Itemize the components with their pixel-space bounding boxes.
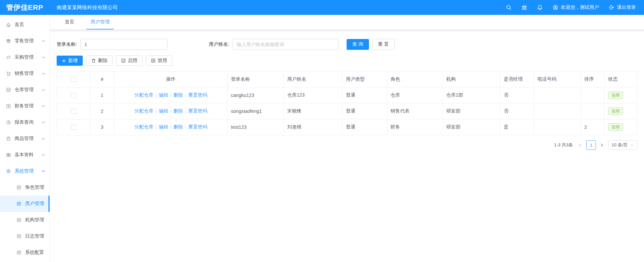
welcome-text: 欢迎您，测试用户: [561, 4, 599, 11]
row-select-cell: [57, 103, 90, 119]
sidebar-item-role[interactable]: 角色管理: [0, 179, 50, 196]
tab-user-management[interactable]: 用户管理: [82, 15, 118, 29]
delete-link[interactable]: 删除: [174, 124, 183, 129]
assign-warehouse-link[interactable]: 分配仓库: [134, 124, 153, 129]
body-row: 首页零售管理采购管理销售管理仓库管理财务管理报表查询商品管理基本资料系统管理角色…: [0, 15, 644, 262]
edit-link[interactable]: 编辑: [159, 92, 168, 98]
column-header-2: 登录名称: [228, 72, 284, 87]
user-name-input[interactable]: [233, 39, 338, 50]
cell-type: 普通: [342, 103, 387, 119]
prev-page-button[interactable]: [577, 143, 583, 147]
action-separator: |: [170, 92, 172, 98]
sidebar-item-label: 日志管理: [25, 233, 44, 239]
sidebar-item-home[interactable]: 首页: [0, 17, 50, 33]
search-icon[interactable]: [506, 4, 512, 11]
chevron-down-icon: [41, 55, 45, 59]
status-badge: 启用: [608, 92, 623, 99]
sidebar-item-label: 财务管理: [15, 103, 34, 109]
login-name-input[interactable]: [80, 39, 168, 50]
delete-link[interactable]: 删除: [174, 108, 183, 114]
bank-icon[interactable]: [521, 4, 527, 11]
disable-button[interactable]: 禁用: [146, 56, 172, 66]
finance-icon: [6, 103, 11, 109]
sidebar-item-sales[interactable]: 销售管理: [0, 65, 50, 82]
table-row: 3分配仓库|编辑|删除|重置密码test123刘老根普通财务研发部是2启用: [57, 119, 637, 135]
assign-warehouse-link[interactable]: 分配仓库: [134, 108, 153, 114]
welcome-user[interactable]: 欢迎您，测试用户: [552, 4, 599, 11]
check-square-icon: [121, 58, 126, 63]
sidebar-item-warehouse[interactable]: 仓库管理: [0, 82, 50, 98]
doc-icon: [16, 250, 22, 255]
cell-login: test123: [228, 119, 284, 135]
sidebar-item-label: 基本资料: [15, 152, 34, 158]
cell-login: cangku123: [228, 87, 284, 103]
row-checkbox[interactable]: [71, 109, 76, 114]
add-button[interactable]: 新增: [57, 56, 83, 66]
tab-home[interactable]: 首页: [57, 15, 82, 29]
cell-name: 刘老根: [284, 119, 342, 135]
doc-icon: [16, 234, 22, 239]
sidebar-item-finance[interactable]: 财务管理: [0, 98, 50, 114]
action-separator: |: [155, 92, 157, 98]
reset-password-link[interactable]: 重置密码: [188, 108, 207, 114]
sidebar-item-label: 零售管理: [15, 38, 34, 44]
query-button[interactable]: 查 询: [347, 39, 369, 50]
action-separator: |: [155, 124, 157, 129]
users-table: #操作登录名称用户姓名用户类型角色机构是否经理电话号码排序状态 1分配仓库|编辑…: [57, 71, 637, 135]
doc-icon: [16, 201, 22, 206]
reset-button[interactable]: 重 置: [372, 39, 395, 50]
cell-name: 仓库123: [284, 87, 342, 103]
page-size-select[interactable]: 10 条/页: [608, 140, 637, 150]
column-header-3: 用户姓名: [284, 72, 342, 87]
chevron-down-icon: [41, 104, 45, 108]
cell-login: songxiaofeng1: [228, 103, 284, 119]
edit-link[interactable]: 编辑: [159, 108, 168, 114]
reset-password-link[interactable]: 重置密码: [188, 124, 207, 129]
sidebar-item-system[interactable]: 系统管理: [0, 163, 50, 179]
cell-status: 启用: [605, 119, 637, 135]
enable-button[interactable]: 启用: [116, 56, 142, 66]
login-name-label: 登录名称:: [57, 41, 77, 47]
sidebar-item-user[interactable]: 用户管理: [0, 196, 50, 212]
action-separator: |: [185, 124, 187, 129]
column-header-9: 排序: [581, 72, 604, 87]
row-checkbox[interactable]: [71, 125, 76, 130]
column-header-5: 角色: [387, 72, 443, 87]
sidebar-item-retail[interactable]: 零售管理: [0, 33, 50, 49]
sidebar-item-label: 采购管理: [15, 54, 34, 60]
page-number-button[interactable]: 1: [586, 140, 596, 150]
column-header-7: 是否经理: [500, 72, 534, 87]
assign-warehouse-link[interactable]: 分配仓库: [134, 92, 153, 98]
sales-icon: [6, 71, 11, 76]
sidebar-item-report[interactable]: 报表查询: [0, 114, 50, 130]
column-header-4: 用户类型: [342, 72, 387, 87]
select-all-checkbox[interactable]: [71, 77, 76, 82]
cell-name: 宋晓锋: [284, 103, 342, 119]
logout-button[interactable]: 退出登录: [608, 4, 636, 11]
sidebar-item-config[interactable]: 系统配置: [0, 244, 50, 261]
user-management-panel: 登录名称: 用户姓名: 查 询 重 置 新增 删除: [50, 32, 644, 262]
chevron-down-icon: [630, 143, 634, 147]
sidebar-item-basic[interactable]: 基本资料: [0, 147, 50, 163]
action-separator: |: [185, 108, 187, 114]
cell-actions: 分配仓库|编辑|删除|重置密码: [114, 119, 228, 135]
table-toolbar: 新增 删除 启用 禁用: [57, 56, 637, 66]
header-actions: 欢迎您，测试用户 退出登录: [506, 4, 644, 11]
sidebar-item-goods[interactable]: 商品管理: [0, 130, 50, 147]
row-checkbox[interactable]: [71, 93, 76, 98]
report-icon: [6, 120, 11, 125]
doc-icon: [16, 185, 22, 190]
chevron-down-icon: [41, 120, 45, 124]
bell-icon[interactable]: [537, 4, 543, 11]
sidebar-item-label: 角色管理: [25, 184, 44, 190]
sidebar-item-purchase[interactable]: 采购管理: [0, 49, 50, 65]
next-page-button[interactable]: [599, 143, 605, 147]
delete-button[interactable]: 删除: [86, 56, 113, 66]
plus-icon: [62, 59, 66, 63]
chevron-down-icon: [41, 72, 45, 76]
delete-link[interactable]: 删除: [174, 92, 183, 98]
sidebar-item-org[interactable]: 机构管理: [0, 212, 50, 228]
edit-link[interactable]: 编辑: [159, 124, 168, 129]
reset-password-link[interactable]: 重置密码: [188, 92, 207, 98]
sidebar-item-log[interactable]: 日志管理: [0, 228, 50, 244]
